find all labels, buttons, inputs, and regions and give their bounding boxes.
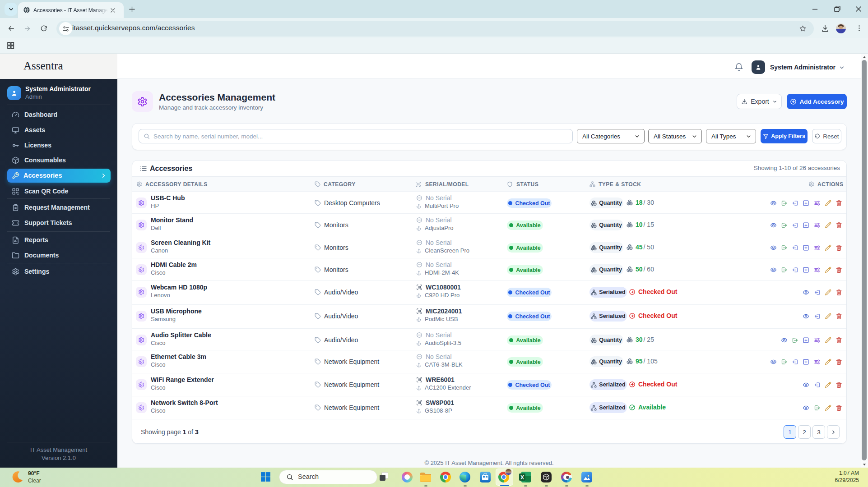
svg-text:X: X xyxy=(520,474,524,481)
